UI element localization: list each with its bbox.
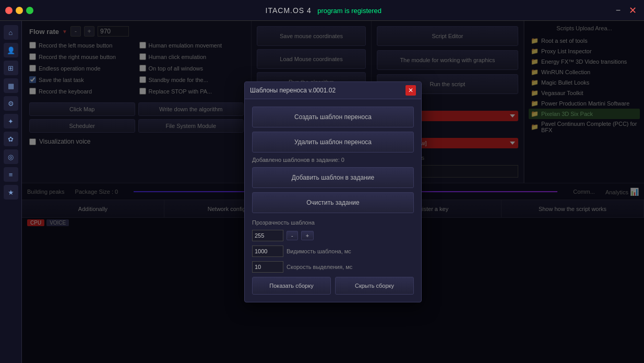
modal-body: Создать шаблон переноса Удалить шаблон п… bbox=[245, 99, 421, 302]
speed-input[interactable]: 10 bbox=[252, 261, 283, 273]
sidebar-icon-tool[interactable]: ✦ bbox=[4, 114, 18, 128]
modal-title: Шаблоны переноса v.0001.02 bbox=[250, 87, 336, 94]
visibility-label: Видимость шаблона, мс bbox=[287, 248, 351, 254]
sidebar-icon-magic[interactable]: ✿ bbox=[4, 132, 18, 146]
transparency-increment[interactable]: + bbox=[301, 231, 314, 240]
sidebar-icon-star[interactable]: ★ bbox=[4, 185, 18, 200]
title-area: ITACM.OS 4 program is registered bbox=[266, 6, 381, 15]
visibility-input[interactable]: 1000 bbox=[252, 245, 283, 257]
show-assembly-button[interactable]: Показать сборку bbox=[252, 277, 331, 295]
transparency-label: Прозрачность шаблона bbox=[252, 219, 414, 226]
sidebar-icon-grid[interactable]: ▦ bbox=[4, 78, 18, 93]
create-template-button[interactable]: Создать шаблон переноса bbox=[252, 107, 414, 127]
sidebar-icon-user[interactable]: 👤 bbox=[4, 43, 18, 57]
added-templates-info: Добавлено шаблонов в задание: 0 bbox=[252, 157, 414, 163]
sidebar-icon-sliders[interactable]: ≡ bbox=[4, 167, 18, 182]
clear-task-button[interactable]: Очистить задание bbox=[252, 192, 414, 213]
speed-row: 10 Скорость выделения, мс bbox=[252, 261, 414, 273]
minimize-button[interactable]: − bbox=[614, 6, 623, 15]
minimize-traffic-button[interactable] bbox=[16, 7, 23, 14]
maximize-traffic-button[interactable] bbox=[26, 7, 33, 14]
add-to-task-button[interactable]: Добавить шаблон в задание bbox=[252, 167, 414, 188]
sidebar-icon-layers[interactable]: ⊞ bbox=[4, 61, 18, 75]
sidebar-icon-settings[interactable]: ⚙ bbox=[4, 96, 18, 111]
window-controls: − ✕ bbox=[614, 5, 639, 16]
content-area: Flow rate ▼ - + 970 Record the left mous… bbox=[22, 21, 644, 363]
visibility-row: 1000 Видимость шаблона, мс bbox=[252, 245, 414, 257]
transparency-input[interactable]: 255 bbox=[252, 230, 283, 241]
close-button[interactable]: ✕ bbox=[627, 5, 639, 16]
close-traffic-button[interactable] bbox=[5, 7, 13, 14]
template-modal: Шаблоны переноса v.0001.02 ✕ Создать шаб… bbox=[244, 81, 422, 302]
transparency-decrement[interactable]: - bbox=[287, 231, 298, 240]
modal-close-button[interactable]: ✕ bbox=[406, 85, 416, 96]
window-traffic-lights bbox=[5, 7, 33, 14]
speed-label: Скорость выделения, мс bbox=[287, 264, 352, 270]
left-sidebar: ⌂ 👤 ⊞ ▦ ⚙ ✦ ✿ ◎ ≡ ★ bbox=[0, 21, 22, 363]
app-title: ITACM.OS 4 bbox=[266, 6, 312, 15]
modal-header: Шаблоны переноса v.0001.02 ✕ bbox=[245, 82, 421, 99]
sidebar-icon-eye[interactable]: ◎ bbox=[4, 149, 18, 164]
modal-overlay: Шаблоны переноса v.0001.02 ✕ Создать шаб… bbox=[22, 21, 644, 363]
transparency-row: 255 - + bbox=[252, 230, 414, 241]
delete-template-button[interactable]: Удалить шаблон переноса bbox=[252, 132, 414, 153]
sidebar-icon-home[interactable]: ⌂ bbox=[4, 25, 18, 40]
modal-bottom-row: Показать сборку Скрыть сборку bbox=[252, 277, 414, 295]
title-bar: ITACM.OS 4 program is registered − ✕ bbox=[0, 0, 644, 21]
hide-assembly-button[interactable]: Скрыть сборку bbox=[335, 277, 414, 295]
main-layout: ⌂ 👤 ⊞ ▦ ⚙ ✦ ✿ ◎ ≡ ★ Flow rate ▼ - + 970 bbox=[0, 21, 644, 363]
registration-status: program is registered bbox=[317, 7, 381, 15]
